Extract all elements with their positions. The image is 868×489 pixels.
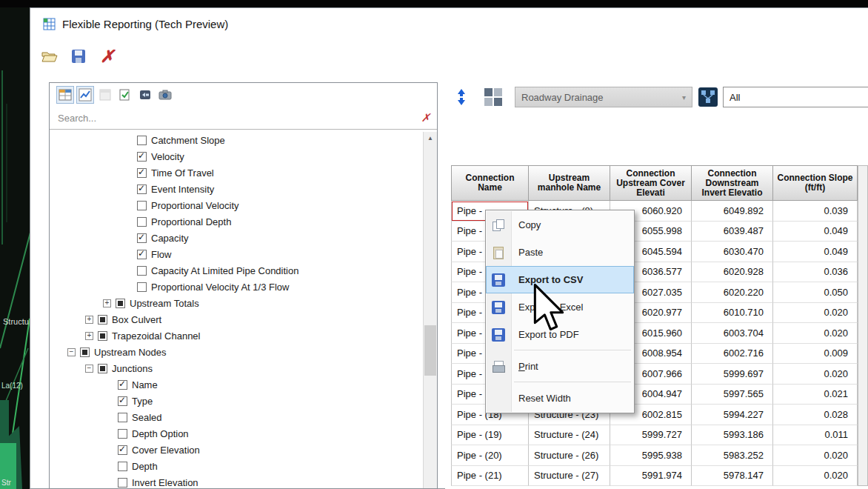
checkbox-box-culvert[interactable]: [98, 315, 107, 325]
cell-slope[interactable]: 0.020: [773, 466, 858, 487]
checkbox-invert-elevation[interactable]: [118, 478, 127, 488]
checkbox-catchment-slope[interactable]: [137, 136, 147, 145]
cell-invert[interactable]: 5993.186: [692, 425, 773, 446]
scrollbar-thumb[interactable]: [424, 325, 436, 376]
cell-cover[interactable]: 5991.974: [610, 466, 692, 487]
tree-item-cover-elevation[interactable]: Cover Elevation: [50, 442, 423, 458]
scope-dropdown[interactable]: Roadway Drainage ▾: [515, 87, 692, 107]
collapse-icon[interactable]: −: [85, 365, 93, 373]
cell-invert[interactable]: 6039.487: [692, 222, 773, 242]
save-icon[interactable]: [69, 47, 88, 66]
checkbox-junctions[interactable]: [98, 364, 107, 373]
expand-icon[interactable]: +: [85, 332, 93, 340]
tree-item-sealed[interactable]: Sealed: [50, 409, 423, 425]
cell-slope[interactable]: 0.036: [773, 262, 858, 283]
checkbox-cover-elevation[interactable]: [118, 445, 127, 455]
checkbox-depth[interactable]: [118, 462, 127, 471]
grid-scrollbar[interactable]: [858, 165, 868, 486]
cell-cover[interactable]: 5995.938: [610, 445, 692, 466]
cell-manhole[interactable]: Structure - (24): [529, 425, 610, 446]
checkbox-upstream-nodes[interactable]: [80, 347, 90, 357]
cell-slope[interactable]: 0.020: [773, 364, 858, 385]
checkbox-time-of-travel[interactable]: [137, 168, 147, 178]
checkbox-depth-option[interactable]: [118, 429, 127, 439]
cell-manhole[interactable]: Structure - (27): [529, 466, 610, 487]
checkbox-name[interactable]: [118, 380, 127, 390]
search-input[interactable]: [56, 112, 421, 124]
checkbox-sealed[interactable]: [118, 413, 127, 422]
open-folder-icon[interactable]: [40, 47, 59, 66]
collapse-icon[interactable]: −: [67, 348, 76, 356]
pivot-view-icon[interactable]: [96, 86, 114, 104]
checkbox-type[interactable]: [118, 396, 127, 406]
cell-invert[interactable]: 6002.716: [692, 344, 773, 365]
checkbox-event-intensity[interactable]: [137, 184, 147, 194]
checkbox-proportional-depth[interactable]: [137, 217, 147, 227]
cell-invert[interactable]: 5999.697: [692, 364, 773, 385]
cell-cover[interactable]: 5999.727: [610, 425, 692, 446]
tree-item-capacity[interactable]: Capacity: [50, 230, 423, 246]
tree-item-invert-elevation[interactable]: Invert Elevation: [50, 474, 423, 488]
checkbox-trapezoidal-channel[interactable]: [98, 331, 107, 341]
cell-slope[interactable]: 0.028: [773, 405, 858, 425]
cell-slope[interactable]: 0.039: [773, 201, 858, 222]
tree-item-capacity-at-limited-pipe-condition[interactable]: Capacity At Limited Pipe Condition: [50, 262, 423, 279]
checkbox-flow[interactable]: [137, 250, 147, 259]
cell-slope[interactable]: 0.011: [773, 425, 858, 446]
panes-icon[interactable]: [484, 87, 503, 107]
cell-invert[interactable]: 6030.470: [692, 242, 773, 262]
column-header-5[interactable]: Connection Slope (ft/ft): [773, 165, 858, 201]
tree-item-proportional-depth[interactable]: Proportional Depth: [50, 213, 423, 230]
menu-item-paste[interactable]: Paste: [486, 239, 634, 266]
cell-manhole[interactable]: Structure - (26): [529, 445, 610, 466]
expand-icon[interactable]: +: [103, 299, 111, 307]
cell-invert[interactable]: 6020.220: [692, 282, 773, 303]
cell-invert[interactable]: 5997.565: [692, 385, 773, 405]
cell-slope[interactable]: 0.020: [773, 445, 858, 466]
cell-name[interactable]: Pipe - (19): [451, 425, 529, 446]
menu-item-reset-width[interactable]: Reset Width: [486, 385, 634, 412]
cell-slope[interactable]: 0.020: [773, 323, 858, 344]
tree-item-type[interactable]: Type: [50, 393, 423, 409]
cell-name[interactable]: Pipe - (21): [451, 466, 529, 487]
grid-view-icon[interactable]: [56, 86, 74, 104]
checkbox-capacity-at-limited-pipe-condition[interactable]: [137, 266, 147, 276]
tree-item-velocity[interactable]: Velocity: [50, 148, 423, 164]
cell-invert[interactable]: 6010.710: [692, 303, 773, 324]
search-clear-icon[interactable]: ✗: [421, 111, 430, 124]
column-header-2[interactable]: Upstream manhole Name: [529, 165, 610, 201]
tree-item-junctions[interactable]: −Junctions: [50, 360, 423, 376]
cell-slope[interactable]: 0.020: [773, 303, 858, 324]
camera-icon[interactable]: [156, 86, 174, 104]
tree-item-depth[interactable]: Depth: [50, 458, 423, 474]
tree-item-depth-option[interactable]: Depth Option: [50, 425, 423, 442]
tree-item-trapezoidal-channel[interactable]: +Trapezoidal Channel: [50, 327, 423, 344]
cell-invert[interactable]: 6049.892: [692, 201, 773, 222]
column-header-4[interactable]: Connection Downstream Invert Elevatio: [692, 165, 773, 201]
checkbox-capacity[interactable]: [137, 233, 147, 243]
tree-item-name[interactable]: Name: [50, 376, 423, 393]
column-header-1[interactable]: Connection Name: [451, 165, 529, 201]
check-items-icon[interactable]: [116, 86, 134, 104]
cell-invert[interactable]: 5978.147: [692, 466, 773, 487]
cell-name[interactable]: Pipe - (20): [451, 445, 529, 466]
network-select-icon[interactable]: [698, 87, 718, 107]
tree-scrollbar[interactable]: ▲: [423, 132, 437, 488]
cell-invert[interactable]: 5983.252: [692, 445, 773, 466]
cell-slope[interactable]: 0.009: [773, 344, 858, 365]
tree-item-box-culvert[interactable]: +Box Culvert: [50, 311, 423, 327]
checkbox-proportional-velocity[interactable]: [137, 201, 147, 210]
checkbox-velocity[interactable]: [137, 152, 147, 162]
menu-item-copy[interactable]: Copy: [486, 211, 634, 239]
cell-slope[interactable]: 0.021: [773, 385, 858, 405]
cell-invert[interactable]: 6003.704: [692, 323, 773, 344]
cell-slope[interactable]: 0.049: [773, 222, 858, 242]
cell-invert[interactable]: 5994.227: [692, 405, 773, 425]
tree-item-flow[interactable]: Flow: [50, 246, 423, 262]
tree-item-proportional-velocity-at-1-3-flow[interactable]: Proportional Velocity At 1/3 Flow: [50, 279, 423, 295]
cell-invert[interactable]: 6020.928: [692, 262, 773, 283]
column-header-3[interactable]: Connection Upstream Cover Elevati: [610, 165, 692, 201]
menu-item-print[interactable]: Print: [486, 353, 634, 380]
tree-item-catchment-slope[interactable]: Catchment Slope: [50, 132, 423, 148]
scroll-up-icon[interactable]: ▲: [424, 132, 437, 144]
